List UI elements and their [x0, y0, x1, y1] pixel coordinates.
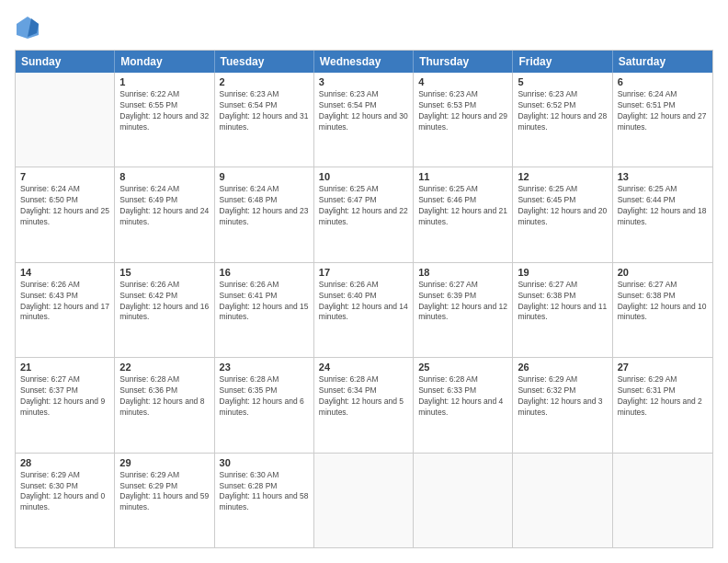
cal-header-day: Tuesday [215, 51, 314, 73]
calendar-cell: 12Sunrise: 6:25 AMSunset: 6:45 PMDayligh… [513, 167, 612, 261]
day-info: Sunrise: 6:28 AMSunset: 6:33 PMDaylight:… [418, 374, 507, 419]
day-info: Sunrise: 6:30 AMSunset: 6:28 PMDaylight:… [220, 470, 309, 514]
day-number: 4 [418, 76, 507, 87]
calendar-cell: 27Sunrise: 6:29 AMSunset: 6:31 PMDayligh… [613, 358, 712, 452]
day-info: Sunrise: 6:24 AMSunset: 6:49 PMDaylight:… [119, 184, 209, 228]
calendar-cell [414, 454, 513, 547]
page: SundayMondayTuesdayWednesdayThursdayFrid… [0, 0, 728, 563]
day-info: Sunrise: 6:25 AMSunset: 6:46 PMDaylight:… [418, 184, 507, 228]
day-info: Sunrise: 6:29 AMSunset: 6:31 PMDaylight:… [618, 374, 708, 419]
calendar-body: 1Sunrise: 6:22 AMSunset: 6:55 PMDaylight… [16, 73, 712, 547]
day-info: Sunrise: 6:23 AMSunset: 6:54 PMDaylight:… [220, 89, 309, 133]
day-number: 24 [319, 362, 408, 373]
calendar-week-row: 21Sunrise: 6:27 AMSunset: 6:37 PMDayligh… [16, 358, 712, 453]
logo-icon [15, 15, 40, 40]
logo [15, 15, 44, 40]
day-number: 23 [220, 362, 309, 373]
day-info: Sunrise: 6:24 AMSunset: 6:48 PMDaylight:… [220, 184, 309, 228]
day-number: 17 [319, 267, 408, 278]
calendar-cell [16, 73, 115, 167]
day-info: Sunrise: 6:25 AMSunset: 6:47 PMDaylight:… [319, 184, 408, 228]
day-number: 10 [319, 171, 408, 182]
day-number: 8 [119, 171, 209, 182]
day-info: Sunrise: 6:23 AMSunset: 6:52 PMDaylight:… [518, 89, 607, 133]
day-number: 26 [518, 362, 607, 373]
day-number: 2 [220, 76, 309, 87]
calendar-cell [314, 454, 414, 547]
day-info: Sunrise: 6:27 AMSunset: 6:37 PMDaylight:… [20, 374, 109, 419]
day-info: Sunrise: 6:26 AMSunset: 6:41 PMDaylight:… [220, 280, 309, 324]
day-info: Sunrise: 6:22 AMSunset: 6:55 PMDaylight:… [119, 89, 209, 133]
calendar-cell: 6Sunrise: 6:24 AMSunset: 6:51 PMDaylight… [613, 73, 712, 167]
calendar-cell: 18Sunrise: 6:27 AMSunset: 6:39 PMDayligh… [414, 263, 513, 357]
cal-header-day: Thursday [414, 51, 513, 73]
day-number: 20 [618, 267, 708, 278]
day-info: Sunrise: 6:28 AMSunset: 6:34 PMDaylight:… [319, 374, 408, 419]
day-info: Sunrise: 6:25 AMSunset: 6:45 PMDaylight:… [518, 184, 607, 228]
day-number: 12 [518, 171, 607, 182]
calendar-cell: 17Sunrise: 6:26 AMSunset: 6:40 PMDayligh… [314, 263, 414, 357]
cal-header-day: Friday [513, 51, 612, 73]
calendar-cell: 11Sunrise: 6:25 AMSunset: 6:46 PMDayligh… [414, 167, 513, 261]
calendar-cell: 28Sunrise: 6:29 AMSunset: 6:30 PMDayligh… [16, 454, 115, 547]
day-info: Sunrise: 6:27 AMSunset: 6:38 PMDaylight:… [518, 280, 607, 324]
day-number: 15 [119, 267, 209, 278]
calendar-cell: 22Sunrise: 6:28 AMSunset: 6:36 PMDayligh… [115, 358, 214, 452]
calendar-cell: 13Sunrise: 6:25 AMSunset: 6:44 PMDayligh… [613, 167, 712, 261]
calendar-cell: 15Sunrise: 6:26 AMSunset: 6:42 PMDayligh… [115, 263, 214, 357]
calendar-cell: 23Sunrise: 6:28 AMSunset: 6:35 PMDayligh… [215, 358, 314, 452]
day-info: Sunrise: 6:29 AMSunset: 6:32 PMDaylight:… [518, 374, 607, 419]
calendar-cell [613, 454, 712, 547]
day-number: 21 [20, 362, 109, 373]
calendar-week-row: 14Sunrise: 6:26 AMSunset: 6:43 PMDayligh… [16, 263, 712, 358]
calendar-cell: 9Sunrise: 6:24 AMSunset: 6:48 PMDaylight… [215, 167, 314, 261]
header [15, 15, 713, 40]
day-info: Sunrise: 6:26 AMSunset: 6:40 PMDaylight:… [319, 280, 408, 324]
day-number: 16 [220, 267, 309, 278]
day-info: Sunrise: 6:26 AMSunset: 6:43 PMDaylight:… [20, 280, 109, 324]
day-info: Sunrise: 6:23 AMSunset: 6:53 PMDaylight:… [418, 89, 507, 133]
calendar-cell: 24Sunrise: 6:28 AMSunset: 6:34 PMDayligh… [314, 358, 414, 452]
day-info: Sunrise: 6:23 AMSunset: 6:54 PMDaylight:… [319, 89, 408, 133]
day-number: 11 [418, 171, 507, 182]
day-number: 1 [119, 76, 209, 87]
calendar-cell: 14Sunrise: 6:26 AMSunset: 6:43 PMDayligh… [16, 263, 115, 357]
calendar-cell: 30Sunrise: 6:30 AMSunset: 6:28 PMDayligh… [215, 454, 314, 547]
day-number: 18 [418, 267, 507, 278]
day-number: 5 [518, 76, 607, 87]
calendar-cell: 21Sunrise: 6:27 AMSunset: 6:37 PMDayligh… [16, 358, 115, 452]
day-info: Sunrise: 6:28 AMSunset: 6:35 PMDaylight:… [220, 374, 309, 419]
day-info: Sunrise: 6:25 AMSunset: 6:44 PMDaylight:… [618, 184, 708, 228]
day-number: 27 [618, 362, 708, 373]
day-number: 22 [119, 362, 209, 373]
cal-header-day: Saturday [613, 51, 712, 73]
calendar-week-row: 1Sunrise: 6:22 AMSunset: 6:55 PMDaylight… [16, 73, 712, 167]
calendar-cell: 2Sunrise: 6:23 AMSunset: 6:54 PMDaylight… [215, 73, 314, 167]
cal-header-day: Sunday [16, 51, 115, 73]
day-number: 7 [20, 171, 109, 182]
calendar-cell: 10Sunrise: 6:25 AMSunset: 6:47 PMDayligh… [314, 167, 414, 261]
calendar-cell: 25Sunrise: 6:28 AMSunset: 6:33 PMDayligh… [414, 358, 513, 452]
calendar-cell: 7Sunrise: 6:24 AMSunset: 6:50 PMDaylight… [16, 167, 115, 261]
calendar-week-row: 7Sunrise: 6:24 AMSunset: 6:50 PMDaylight… [16, 167, 712, 262]
day-number: 13 [618, 171, 708, 182]
calendar-cell: 16Sunrise: 6:26 AMSunset: 6:41 PMDayligh… [215, 263, 314, 357]
day-number: 3 [319, 76, 408, 87]
calendar-cell: 8Sunrise: 6:24 AMSunset: 6:49 PMDaylight… [115, 167, 214, 261]
calendar-week-row: 28Sunrise: 6:29 AMSunset: 6:30 PMDayligh… [16, 454, 712, 547]
day-info: Sunrise: 6:28 AMSunset: 6:36 PMDaylight:… [119, 374, 209, 419]
day-number: 29 [119, 457, 209, 468]
day-info: Sunrise: 6:27 AMSunset: 6:39 PMDaylight:… [418, 280, 507, 324]
calendar-cell [513, 454, 612, 547]
day-number: 9 [220, 171, 309, 182]
day-info: Sunrise: 6:24 AMSunset: 6:50 PMDaylight:… [20, 184, 109, 228]
calendar-cell: 3Sunrise: 6:23 AMSunset: 6:54 PMDaylight… [314, 73, 414, 167]
calendar-cell: 20Sunrise: 6:27 AMSunset: 6:38 PMDayligh… [613, 263, 712, 357]
day-number: 30 [220, 457, 309, 468]
cal-header-day: Wednesday [314, 51, 414, 73]
day-number: 14 [20, 267, 109, 278]
cal-header-day: Monday [115, 51, 214, 73]
calendar-cell: 29Sunrise: 6:29 AMSunset: 6:29 PMDayligh… [115, 454, 214, 547]
calendar-cell: 5Sunrise: 6:23 AMSunset: 6:52 PMDaylight… [513, 73, 612, 167]
day-info: Sunrise: 6:24 AMSunset: 6:51 PMDaylight:… [618, 89, 708, 133]
